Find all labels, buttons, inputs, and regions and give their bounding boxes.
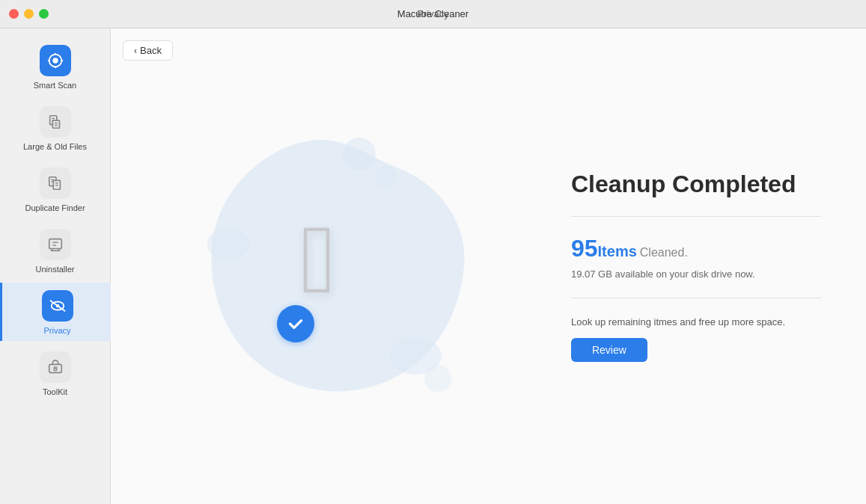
sidebar-label-duplicate-finder: Duplicate Finder: [25, 203, 85, 212]
disk-space-text: 19.07 GB available on your disk drive no…: [571, 268, 821, 280]
sidebar-item-uninstaller[interactable]: Uninstaller: [3, 221, 108, 280]
back-button[interactable]: ‹ Back: [123, 40, 173, 61]
divider-1: [571, 216, 821, 217]
main-layout: Smart Scan Large & Old Files: [0, 28, 866, 504]
maximize-button[interactable]: [39, 9, 49, 19]
close-button[interactable]: [9, 9, 19, 19]
items-row: 95 Items Cleaned.: [571, 235, 821, 262]
sidebar-label-smart-scan: Smart Scan: [34, 81, 76, 90]
check-icon: [286, 314, 305, 334]
cleanup-title: Cleanup Completed: [571, 170, 821, 198]
smart-scan-icon: [40, 45, 71, 76]
svg-point-1: [52, 58, 58, 63]
sidebar: Smart Scan Large & Old Files: [0, 28, 111, 504]
illustration-area: : [111, 28, 526, 504]
sidebar-item-privacy[interactable]: Privacy: [0, 283, 111, 341]
content-area: ‹ Back : [111, 28, 866, 504]
sidebar-label-uninstaller: Uninstaller: [36, 265, 75, 274]
cleaned-text: Cleaned.: [640, 246, 688, 259]
sidebar-item-smart-scan[interactable]: Smart Scan: [3, 37, 108, 96]
sidebar-item-toolkit[interactable]: ToolKit: [3, 344, 108, 402]
sidebar-label-toolkit: ToolKit: [43, 387, 67, 396]
items-label: Items: [598, 243, 637, 260]
sidebar-label-large-old-files: Large & Old Files: [23, 142, 87, 151]
apple-logo: : [301, 210, 336, 307]
large-old-files-icon: [40, 106, 71, 138]
back-button-label: Back: [140, 45, 162, 56]
look-up-text: Look up remaining itmes and free up more…: [571, 316, 821, 328]
toolkit-icon: [40, 351, 71, 383]
back-chevron-icon: ‹: [134, 46, 137, 56]
info-panel: Cleanup Completed 95 Items Cleaned. 19.0…: [526, 28, 866, 504]
sidebar-label-privacy: Privacy: [43, 326, 70, 335]
divider-2: [571, 298, 821, 298]
uninstaller-icon: [40, 229, 71, 260]
title-bar: Macube Cleaner Privacy: [0, 0, 866, 28]
sidebar-item-large-old-files[interactable]: Large & Old Files: [3, 99, 108, 157]
svg-point-32: [207, 227, 249, 260]
minimize-button[interactable]: [24, 9, 34, 19]
sidebar-item-duplicate-finder[interactable]: Duplicate Finder: [3, 160, 108, 218]
svg-point-31: [375, 166, 396, 187]
svg-point-30: [343, 138, 376, 170]
svg-point-35: [424, 365, 451, 392]
blob-container: : [161, 124, 475, 408]
review-button[interactable]: Review: [571, 338, 647, 362]
svg-rect-18: [49, 239, 61, 249]
items-count: 95: [571, 235, 598, 262]
traffic-lights: [9, 9, 49, 19]
privacy-icon: [42, 290, 73, 322]
page-title: Privacy: [417, 8, 449, 19]
duplicate-finder-icon: [40, 168, 71, 199]
svg-rect-9: [52, 120, 59, 128]
